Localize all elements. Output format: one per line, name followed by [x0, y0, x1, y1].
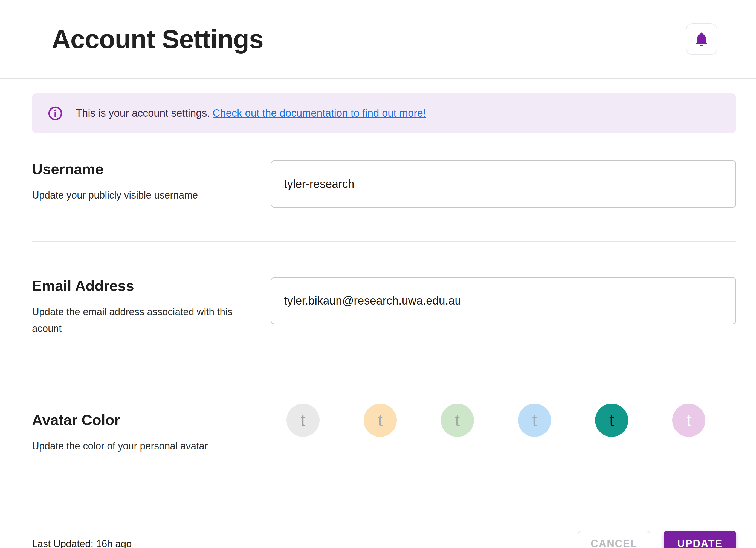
avatar-color-option-pink[interactable]: t — [672, 404, 705, 437]
avatar-color-option-blue[interactable]: t — [518, 404, 551, 437]
avatar-labels: Avatar Color Update the color of your pe… — [32, 411, 271, 454]
account-settings-page: Account Settings This is your account se… — [0, 0, 756, 548]
avatar-color-option-gray[interactable]: t — [286, 404, 320, 437]
header: Account Settings — [0, 0, 756, 79]
username-input[interactable] — [271, 160, 736, 207]
email-section: Email Address Update the email address a… — [32, 241, 736, 371]
avatar-letter: t — [378, 411, 383, 430]
avatar-color-options: t t t t t t — [271, 404, 736, 437]
avatar-letter: t — [455, 411, 460, 430]
info-icon — [48, 106, 63, 121]
avatar-title: Avatar Color — [32, 411, 254, 428]
email-description: Update the email address associated with… — [32, 304, 254, 337]
last-updated-text: Last Updated: 16h ago — [32, 538, 132, 548]
avatar-color-section: Avatar Color Update the color of your pe… — [32, 371, 736, 500]
username-field-wrap — [271, 160, 736, 207]
banner-text: This is your account settings.Check out … — [76, 107, 426, 119]
avatar-color-option-teal[interactable]: t — [595, 404, 628, 437]
email-title: Email Address — [32, 277, 254, 294]
email-field-wrap — [271, 277, 736, 324]
notifications-button[interactable] — [686, 23, 717, 55]
email-labels: Email Address Update the email address a… — [32, 277, 271, 337]
email-input[interactable] — [271, 277, 736, 324]
username-section: Username Update your publicly visible us… — [32, 133, 736, 241]
avatar-color-option-green[interactable]: t — [441, 404, 474, 437]
username-labels: Username Update your publicly visible us… — [32, 160, 271, 203]
avatar-letter: t — [301, 411, 305, 430]
documentation-link[interactable]: Check out the documentation to find out … — [213, 107, 426, 119]
username-title: Username — [32, 160, 254, 177]
username-description: Update your publicly visible username — [32, 187, 254, 203]
banner-message: This is your account settings. — [76, 107, 210, 119]
page-title: Account Settings — [52, 24, 263, 54]
avatar-color-option-orange[interactable]: t — [364, 404, 397, 437]
settings-form: This is your account settings.Check out … — [0, 93, 756, 548]
avatar-letter: t — [532, 411, 537, 430]
bell-icon — [693, 31, 710, 48]
avatar-letter: t — [609, 411, 614, 430]
info-banner: This is your account settings.Check out … — [32, 93, 736, 133]
avatar-description: Update the color of your personal avatar — [32, 438, 254, 454]
cancel-button[interactable]: CANCEL — [578, 531, 650, 548]
avatar-letter: t — [687, 411, 691, 430]
update-button[interactable]: UPDATE — [664, 531, 736, 548]
footer: Last Updated: 16h ago CANCEL UPDATE — [32, 500, 736, 548]
footer-buttons: CANCEL UPDATE — [578, 531, 736, 548]
